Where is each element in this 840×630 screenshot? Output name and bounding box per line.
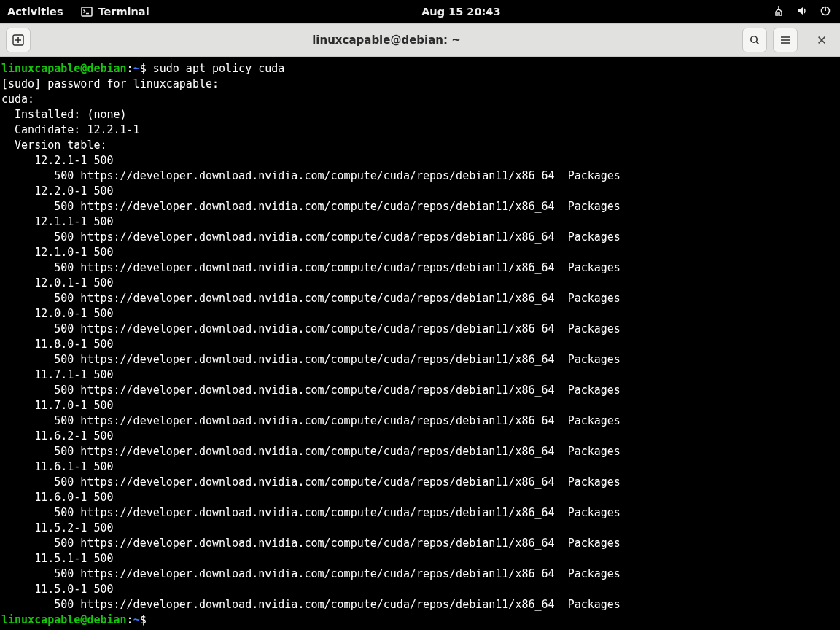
svg-point-3	[751, 36, 757, 42]
version-line: 12.2.0-1 500	[1, 184, 114, 198]
version-line: 11.7.1-1 500	[1, 368, 114, 381]
gnome-top-panel: Activities Terminal Aug 15 20:43	[0, 0, 840, 23]
power-icon[interactable]	[820, 5, 831, 19]
version-table-header: Version table:	[1, 139, 107, 152]
repo-line: 500 https://developer.download.nvidia.co…	[1, 322, 621, 335]
prompt-user-host: linuxcapable@debian	[1, 613, 127, 626]
repo-line: 500 https://developer.download.nvidia.co…	[1, 598, 621, 611]
version-line: 12.0.1-1 500	[1, 276, 114, 289]
search-button[interactable]	[742, 28, 767, 52]
sudo-password-line: [sudo] password for linuxcapable:	[1, 77, 219, 90]
version-line: 12.0.0-1 500	[1, 307, 114, 320]
version-line: 12.1.0-1 500	[1, 246, 114, 259]
installed-line: Installed: (none)	[1, 108, 127, 121]
version-line: 11.6.0-1 500	[1, 491, 114, 504]
entered-command: sudo apt policy cuda	[153, 62, 285, 75]
version-line: 11.6.1-1 500	[1, 460, 114, 473]
version-line: 12.1.1-1 500	[1, 215, 114, 228]
version-line: 11.8.0-1 500	[1, 338, 114, 351]
repo-line: 500 https://developer.download.nvidia.co…	[1, 506, 621, 519]
repo-line: 500 https://developer.download.nvidia.co…	[1, 475, 621, 489]
appmenu-terminal[interactable]: Terminal	[81, 6, 149, 18]
repo-line: 500 https://developer.download.nvidia.co…	[1, 567, 621, 580]
repo-line: 500 https://developer.download.nvidia.co…	[1, 445, 621, 458]
plus-icon	[12, 34, 24, 46]
pkg-name-line: cuda:	[1, 93, 34, 106]
terminal-viewport[interactable]: linuxcapable@debian:~$ sudo apt policy c…	[0, 57, 840, 630]
search-icon	[749, 34, 761, 46]
version-line: 12.2.1-1 500	[1, 154, 114, 167]
repo-line: 500 https://developer.download.nvidia.co…	[1, 384, 621, 397]
prompt-user-host: linuxcapable@debian	[1, 62, 127, 75]
prompt-cwd: ~	[133, 62, 140, 75]
terminal-scrollbar[interactable]	[834, 57, 840, 630]
window-title: linuxcapable@debian: ~	[36, 34, 736, 47]
svg-rect-0	[82, 7, 92, 16]
repo-line: 500 https://developer.download.nvidia.co…	[1, 353, 621, 366]
prompt-line-2: linuxcapable@debian:~$	[1, 613, 147, 626]
new-tab-button[interactable]	[6, 28, 31, 52]
repo-line: 500 https://developer.download.nvidia.co…	[1, 230, 621, 244]
clock[interactable]: Aug 15 20:43	[421, 6, 500, 18]
network-icon[interactable]	[773, 5, 785, 19]
prompt-line-1: linuxcapable@debian:~$ sudo apt policy c…	[1, 62, 284, 75]
version-line: 11.5.0-1 500	[1, 583, 114, 596]
close-icon	[817, 35, 827, 45]
version-line: 11.5.1-1 500	[1, 552, 114, 565]
hamburger-icon	[779, 34, 791, 46]
version-line: 11.7.0-1 500	[1, 399, 114, 412]
version-line: 11.5.2-1 500	[1, 521, 114, 534]
repo-line: 500 https://developer.download.nvidia.co…	[1, 292, 621, 305]
repo-line: 500 https://developer.download.nvidia.co…	[1, 414, 621, 427]
repo-line: 500 https://developer.download.nvidia.co…	[1, 537, 621, 550]
close-button[interactable]	[809, 28, 834, 52]
volume-icon[interactable]	[796, 5, 808, 19]
menu-button[interactable]	[773, 28, 798, 52]
repo-line: 500 https://developer.download.nvidia.co…	[1, 261, 621, 274]
version-line: 11.6.2-1 500	[1, 429, 114, 443]
appmenu-label: Terminal	[98, 6, 149, 18]
terminal-icon	[81, 6, 93, 18]
prompt-cwd: ~	[133, 613, 140, 626]
activities-button[interactable]: Activities	[7, 6, 63, 18]
repo-line: 500 https://developer.download.nvidia.co…	[1, 200, 621, 213]
repo-line: 500 https://developer.download.nvidia.co…	[1, 169, 621, 182]
terminal-headerbar: linuxcapable@debian: ~	[0, 23, 840, 57]
candidate-line: Candidate: 12.2.1-1	[1, 123, 140, 136]
